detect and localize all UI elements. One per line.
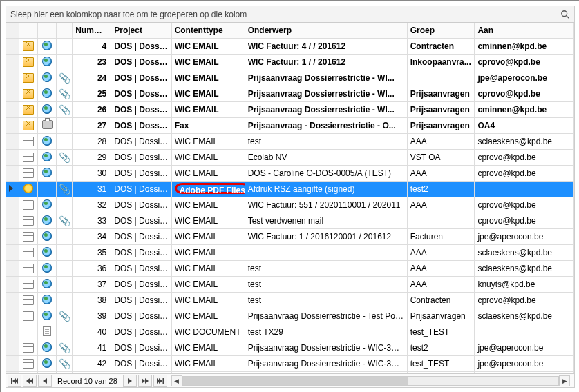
cell-contenttype: WIC EMAIL bbox=[171, 39, 245, 55]
header-aan[interactable]: Aan bbox=[475, 23, 574, 39]
table-row[interactable]: 📎25DOS | Dossi...WIC EMAILPrijsaanvraag … bbox=[6, 86, 574, 102]
header-icon3[interactable] bbox=[57, 23, 73, 39]
table-row[interactable]: 37DOS | Dossierr...WIC EMAILtestAAAknuyt… bbox=[6, 277, 574, 293]
header-icon1[interactable] bbox=[19, 23, 38, 39]
cell-nummer: 36 bbox=[73, 261, 111, 277]
cell-onderwerp bbox=[245, 245, 407, 261]
cell-onderwerp: test bbox=[245, 134, 407, 150]
header-onderwerp[interactable]: Onderwerp bbox=[245, 23, 407, 39]
nav-prev-button[interactable] bbox=[38, 375, 52, 387]
cell-nummer: 35 bbox=[73, 245, 111, 261]
group-by-panel[interactable]: Sleep hier een kolomkop naar toe om te g… bbox=[6, 6, 575, 22]
cell-onderwerp: test bbox=[245, 293, 407, 308]
table-row[interactable]: 📎39DOS | Dossierr...WIC EMAILPrijsaanvra… bbox=[6, 308, 574, 324]
cell-status-icon bbox=[19, 245, 38, 261]
cell-groep: test2 bbox=[407, 182, 475, 197]
hscroll-left-arrow[interactable]: ◀ bbox=[171, 375, 182, 386]
cell-onderwerp: WIC Factuur: 551 / 2020110001 / 202011 bbox=[245, 197, 407, 213]
hscroll-right-arrow[interactable]: ▶ bbox=[559, 375, 570, 386]
cell-attachment-icon: 📎 bbox=[57, 86, 73, 102]
cell-groep: Inkoopaanvra... bbox=[407, 55, 475, 70]
header-groep[interactable]: Groep bbox=[407, 23, 475, 39]
table-row[interactable]: 4DOS | Dossi...WIC EMAILWIC Factuur: 4 /… bbox=[6, 39, 574, 55]
header-nummer[interactable]: Nummer bbox=[73, 23, 111, 39]
table-row[interactable]: 32DOS | Dossierr...WIC EMAILWIC Factuur:… bbox=[6, 197, 574, 213]
table-row[interactable]: 35DOS | Dossierr...WIC EMAILAAAsclaesken… bbox=[6, 245, 574, 261]
nav-last-button[interactable] bbox=[153, 375, 167, 387]
cell-contenttype: WIC EMAIL bbox=[171, 86, 245, 102]
cell-type-icon bbox=[38, 166, 57, 182]
nav-first-button[interactable] bbox=[8, 375, 21, 387]
globe-icon bbox=[42, 342, 52, 352]
header-project[interactable]: Project bbox=[111, 23, 171, 39]
header-marker bbox=[6, 23, 19, 39]
cell-project: DOS | Dossierr... bbox=[111, 261, 171, 277]
nav-prev-page-button[interactable] bbox=[23, 375, 37, 387]
cell-type-icon bbox=[38, 55, 57, 70]
cell-attachment-icon bbox=[57, 324, 73, 340]
cell-contenttype-text: WIC EMAIL bbox=[175, 168, 218, 178]
table-row[interactable]: 38DOS | Dossierr...WIC EMAILtestContract… bbox=[6, 293, 574, 308]
envelope-closed-icon bbox=[23, 57, 34, 67]
cell-contenttype: WIC EMAIL bbox=[171, 197, 245, 213]
hscroll-track[interactable] bbox=[182, 376, 559, 386]
row-marker bbox=[6, 308, 19, 324]
group-by-hint: Sleep hier een kolomkop naar toe om te g… bbox=[10, 10, 560, 19]
cell-aan bbox=[475, 324, 574, 340]
data-grid[interactable]: Nummer Project Contenttype Onderwerp Gro… bbox=[6, 22, 575, 374]
table-row[interactable]: 📎31DOS | Dossierr...Adobe PDF FilesAfdru… bbox=[6, 182, 574, 197]
cell-nummer: 40 bbox=[73, 324, 111, 340]
envelope-open-icon bbox=[23, 295, 34, 305]
table-row[interactable]: 📎24DOS | Dossi...WIC EMAILPrijsaanvraag … bbox=[6, 70, 574, 86]
cell-nummer: 41 bbox=[73, 340, 111, 356]
nav-next-page-button[interactable] bbox=[138, 375, 152, 387]
cell-groep: AAA bbox=[407, 261, 475, 277]
table-row[interactable]: 28DOS | Dossierr...WIC EMAILtestAAAsclae… bbox=[6, 134, 574, 150]
row-marker bbox=[6, 245, 19, 261]
cell-contenttype-text: WIC EMAIL bbox=[175, 41, 219, 51]
nav-next-button[interactable] bbox=[123, 375, 137, 387]
cell-contenttype: WIC EMAIL bbox=[171, 245, 245, 261]
hscroll-thumb[interactable] bbox=[183, 377, 408, 385]
paperclip-icon: 📎 bbox=[59, 342, 70, 353]
table-row[interactable]: 23DOS | Dossi...WIC EMAILWIC Factuur: 1 … bbox=[6, 55, 574, 70]
horizontal-scrollbar[interactable]: ◀ ▶ bbox=[169, 375, 573, 386]
table-row[interactable]: 34DOS | Dossierr...WIC EMAILWIC Factuur:… bbox=[6, 229, 574, 245]
table-row[interactable]: 27DOS | Dossi...FaxPrijsaanvraag - Dossi… bbox=[6, 118, 574, 134]
contenttype-highlight: Adobe PDF Files bbox=[175, 183, 245, 194]
table-row[interactable]: 40DOS | Dossierr...WIC DOCUMENTtest TX29… bbox=[6, 324, 574, 340]
table-row[interactable]: 📎29DOS | Dossierr...WIC EMAILEcolab NVVS… bbox=[6, 150, 574, 166]
cell-status-icon bbox=[19, 70, 38, 86]
cell-onderwerp: DOS - Caroline O-DOS-0005/A (TEST) bbox=[245, 166, 407, 182]
cell-project: DOS | Dossierr... bbox=[111, 340, 171, 356]
cell-nummer: 25 bbox=[73, 86, 111, 102]
cell-aan: jpe@aperocon.be bbox=[475, 356, 574, 372]
cell-contenttype: WIC EMAIL bbox=[171, 166, 245, 182]
paperclip-icon: 📎 bbox=[59, 311, 70, 322]
cell-contenttype-text: WIC EMAIL bbox=[175, 295, 218, 305]
cell-type-icon bbox=[38, 182, 57, 197]
cell-status-icon bbox=[19, 324, 38, 340]
svg-rect-2 bbox=[11, 378, 12, 384]
header-contenttype[interactable]: Contenttype bbox=[171, 23, 245, 39]
globe-icon bbox=[42, 311, 52, 320]
table-row[interactable]: 30DOS | Dossierr...WIC EMAILDOS - Caroli… bbox=[6, 166, 574, 182]
cell-onderwerp: Prijsaanvraag Dossierrestrictie - Test P… bbox=[245, 308, 407, 324]
table-row[interactable]: 📎33DOS | Dossierr...WIC EMAILTest verdwe… bbox=[6, 213, 574, 229]
cell-nummer: 33 bbox=[73, 213, 111, 229]
row-marker bbox=[6, 134, 19, 150]
table-row[interactable]: 📎42DOS | Dossierr...WIC EMAILPrijsaanvra… bbox=[6, 356, 574, 372]
header-icon2[interactable] bbox=[38, 23, 57, 39]
sun-icon bbox=[23, 184, 33, 193]
cell-nummer: 4 bbox=[73, 39, 111, 55]
globe-icon bbox=[42, 279, 52, 288]
table-row[interactable]: 📎26DOS | Dossi...WIC EMAILPrijsaanvraag … bbox=[6, 102, 574, 118]
cell-type-icon bbox=[38, 197, 57, 213]
envelope-open-icon bbox=[23, 248, 34, 257]
cell-status-icon bbox=[19, 356, 38, 372]
table-row[interactable]: 📎41DOS | Dossierr...WIC EMAILPrijsaanvra… bbox=[6, 340, 574, 356]
search-icon[interactable] bbox=[560, 10, 570, 19]
table-row[interactable]: 36DOS | Dossierr...WIC EMAILtestAAAsclae… bbox=[6, 261, 574, 277]
cell-onderwerp: WIC Factuur: 1 / 2016120001 / 201612 bbox=[245, 229, 407, 245]
cell-attachment-icon bbox=[57, 166, 73, 182]
